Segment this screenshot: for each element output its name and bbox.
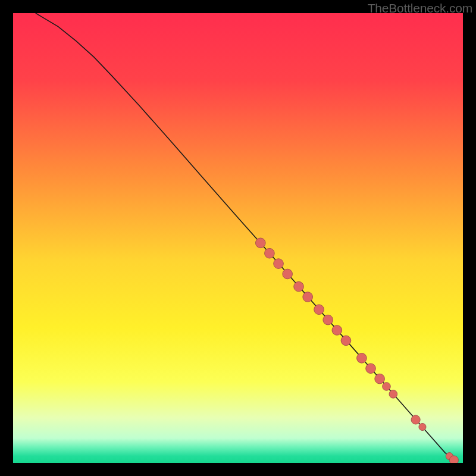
data-point <box>303 292 313 302</box>
data-point <box>366 364 376 374</box>
data-point <box>283 269 293 279</box>
data-point <box>294 281 304 292</box>
data-point <box>323 315 333 325</box>
data-point <box>357 353 367 364</box>
data-point <box>411 415 420 424</box>
data-point <box>314 305 324 315</box>
data-point <box>389 390 397 399</box>
data-point <box>419 423 426 430</box>
data-point <box>341 336 351 346</box>
data-point <box>265 248 275 258</box>
chart-svg <box>13 13 463 463</box>
chart-stage: TheBottleneck.com <box>0 0 476 476</box>
data-point <box>332 325 342 336</box>
data-point <box>375 374 385 384</box>
data-point <box>274 259 284 269</box>
data-point <box>383 383 391 391</box>
watermark-text: TheBottleneck.com <box>368 1 472 15</box>
data-point <box>255 238 265 248</box>
data-point <box>449 456 458 463</box>
